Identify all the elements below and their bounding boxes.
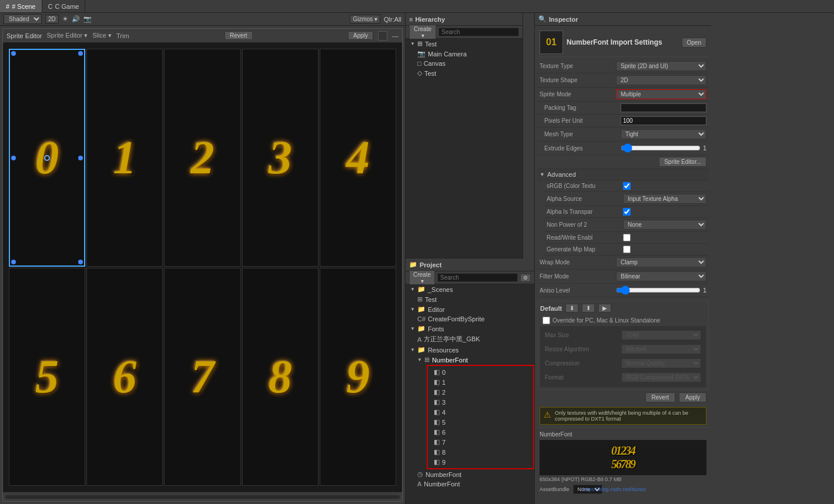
- sprite-cell-5[interactable]: 5: [9, 268, 85, 486]
- extrude-edges-slider[interactable]: [621, 143, 701, 153]
- project-item-createfont[interactable]: C# CreateFontBySprite: [413, 314, 534, 324]
- sprite-cell-8[interactable]: 8 Sprite Name Position X: [242, 268, 319, 486]
- packing-tag-input[interactable]: [621, 103, 706, 112]
- project-item-editor[interactable]: ▼ 📁 Editor: [406, 304, 534, 314]
- project-item-fonts[interactable]: ▼ 📁 Fonts: [406, 324, 534, 334]
- left-panel: Shaded 2D ☀ 🔊 📷 Gizmos ▾ Qlr:All Sprite …: [0, 13, 406, 504]
- font2-icon: A: [417, 481, 421, 488]
- advanced-section-header[interactable]: ▼ Advanced: [537, 169, 709, 180]
- watermark: https://blog.csdn.net/itsxwz: [582, 486, 646, 492]
- wrap-mode-select[interactable]: Clamp Repeat: [616, 257, 706, 267]
- sprite-cell-0[interactable]: 0: [9, 49, 85, 267]
- sprite-list-container: ◧ 0 ◧ 1 ◧ 2 ◧ 3: [427, 365, 534, 469]
- format-row: Format RGB Compressed DXTs: [542, 371, 704, 385]
- folder-icon: 📁: [417, 325, 426, 332]
- project-item-scenes[interactable]: ▼ 📁 _Scenes: [406, 284, 534, 294]
- sprite-mode-select[interactable]: Multiple Single: [616, 89, 706, 99]
- scene-icon: ⊞: [417, 295, 423, 303]
- gizmos-button[interactable]: Gizmos ▾: [350, 15, 380, 23]
- project-item-sprite-5[interactable]: ◧ 5: [429, 417, 532, 427]
- project-create-btn[interactable]: Create ▾: [409, 270, 435, 285]
- project-item-sprite-6[interactable]: ◧ 6: [429, 427, 532, 437]
- platform-apply-btn[interactable]: ▶: [598, 304, 611, 313]
- 2d-button[interactable]: 2D: [45, 15, 59, 23]
- override-header: Override for PC, Mac & Linux Standalone: [540, 315, 706, 326]
- sprite-cell-3[interactable]: 3: [242, 49, 319, 267]
- hierarchy-item-main-camera[interactable]: 📷 Main Camera: [413, 49, 522, 59]
- read-write-checkbox[interactable]: [623, 234, 631, 241]
- filter-mode-select[interactable]: Bilinear Point Trilinear: [616, 271, 706, 281]
- open-button[interactable]: Open: [682, 38, 706, 48]
- sprite-editor-open-btn[interactable]: Sprite Editor...: [659, 157, 706, 167]
- horizontal-scrollbar[interactable]: [5, 495, 400, 499]
- texture-shape-row: Texture Shape 2D: [537, 73, 709, 88]
- project-item-fontfile[interactable]: A 方正兰亭中黑_GBK: [413, 334, 534, 345]
- item-label: 0: [442, 369, 446, 376]
- project-item-test[interactable]: ⊞ Test: [413, 294, 534, 304]
- project-item-sprite-0[interactable]: ◧ 0: [429, 367, 532, 377]
- sprite-editor-title: Sprite Editor: [6, 32, 42, 39]
- toolbar-icon-1: ☀: [62, 15, 68, 23]
- toolbar-icon-3: 📷: [83, 15, 92, 23]
- project-item-numberfont-asset[interactable]: ◷ NumberFont: [413, 469, 534, 479]
- shading-dropdown[interactable]: Shaded: [4, 14, 42, 24]
- extrude-edges-value: 1: [703, 145, 706, 152]
- hierarchy-item-test-scene[interactable]: ▼ ⊞ Test: [406, 39, 522, 49]
- hierarchy-item-test[interactable]: ◇ Test: [413, 68, 522, 78]
- project-item-sprite-1[interactable]: ◧ 1: [429, 377, 532, 387]
- project-item-sprite-9[interactable]: ◧ 9: [429, 457, 532, 467]
- project-item-sprite-3[interactable]: ◧ 3: [429, 397, 532, 407]
- sprite-editor-tool-2[interactable]: Slice ▾: [92, 32, 112, 39]
- pixels-per-unit-row: Pixels Per Unit: [537, 115, 709, 127]
- srgb-label: sRGB (Color Textu: [547, 183, 623, 189]
- platform-download-btn[interactable]: ⬇: [565, 304, 578, 313]
- default-platform-header: Default ⬇ ⬆ ▶: [540, 304, 706, 313]
- alpha-source-select[interactable]: Input Texture Alpha None: [623, 194, 706, 204]
- sprite-editor-tool-3[interactable]: Trim: [116, 32, 129, 39]
- tab-scene[interactable]: # # Scene: [0, 0, 42, 12]
- sprite-cell-6[interactable]: 6: [86, 268, 163, 486]
- hierarchy-item-canvas[interactable]: □ Canvas: [413, 59, 522, 68]
- tab-game[interactable]: C C Game: [42, 0, 86, 12]
- revert-button[interactable]: Revert: [225, 31, 252, 40]
- texture-shape-select[interactable]: 2D: [616, 75, 706, 85]
- project-item-resources[interactable]: ▼ 📁 Resources: [406, 345, 534, 355]
- project-item-numberfont-font[interactable]: A NumberFont: [413, 479, 534, 489]
- sprite-editor-tool-1[interactable]: Sprite Editor ▾: [47, 32, 88, 39]
- srgb-checkbox[interactable]: [623, 182, 631, 190]
- pixels-per-unit-input[interactable]: [621, 116, 706, 125]
- non-power-select[interactable]: None ToNearest: [623, 220, 706, 230]
- sprite-cell-2[interactable]: 2: [164, 49, 240, 267]
- color-mode-toggle[interactable]: [378, 31, 387, 41]
- texture-type-select[interactable]: Sprite (2D and UI): [616, 61, 706, 71]
- sprite-cell-9[interactable]: 9: [320, 268, 396, 486]
- inspector-apply-btn[interactable]: Apply: [679, 392, 706, 402]
- sprite-cell-1[interactable]: 1: [86, 49, 163, 267]
- project-search[interactable]: [437, 273, 518, 282]
- sprite-cell-7[interactable]: 7: [164, 268, 240, 486]
- project-toolbar: Create ▾ ⚙: [406, 271, 534, 284]
- generate-mip-checkbox[interactable]: [623, 246, 631, 253]
- hierarchy-toolbar: Create ▾: [406, 26, 522, 39]
- wrap-mode-row: Wrap Mode Clamp Repeat: [537, 256, 709, 270]
- project-item-sprite-7[interactable]: ◧ 7: [429, 437, 532, 447]
- mesh-type-select[interactable]: Tight Full Rect: [621, 129, 706, 139]
- aniso-slider[interactable]: [616, 285, 701, 295]
- hierarchy-icon: ≡: [409, 16, 413, 23]
- tree-label: Canvas: [424, 60, 446, 67]
- project-item-numberfont-texture[interactable]: ▼ ⊞ NumberFont: [413, 355, 534, 365]
- slider-control[interactable]: —: [392, 32, 398, 39]
- alpha-transparent-checkbox[interactable]: [623, 208, 631, 216]
- platform-upload-btn[interactable]: ⬆: [582, 304, 595, 313]
- sprite-cell-4[interactable]: 4: [320, 49, 396, 267]
- project-item-sprite-2[interactable]: ◧ 2: [429, 387, 532, 397]
- hierarchy-create-btn[interactable]: Create ▾: [409, 25, 436, 40]
- project-settings-btn[interactable]: ⚙: [520, 274, 531, 282]
- override-checkbox[interactable]: [542, 317, 550, 324]
- hierarchy-search[interactable]: [438, 28, 519, 36]
- apply-button[interactable]: Apply: [348, 31, 373, 40]
- project-item-sprite-4[interactable]: ◧ 4: [429, 407, 532, 417]
- project-item-sprite-8[interactable]: ◧ 8: [429, 447, 532, 457]
- item-label: 1: [442, 379, 446, 386]
- inspector-revert-btn[interactable]: Revert: [645, 392, 675, 402]
